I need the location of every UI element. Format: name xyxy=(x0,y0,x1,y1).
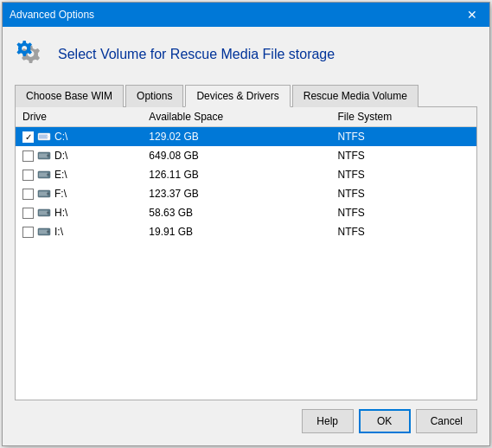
header-section: Select Volume for Rescue Media File stor… xyxy=(15,37,477,72)
fs-cell: NTFS xyxy=(330,203,476,222)
fs-cell: NTFS xyxy=(330,165,476,184)
drive-cell: F:\ xyxy=(16,184,142,203)
drive-icon xyxy=(37,149,51,163)
drive-label: C:\ xyxy=(54,131,67,143)
table-row[interactable]: F:\123.37 GBNTFS xyxy=(16,184,476,203)
drive-icon xyxy=(37,225,51,239)
fs-cell: NTFS xyxy=(330,184,476,203)
drive-icon xyxy=(37,130,51,144)
cancel-button[interactable]: Cancel xyxy=(416,409,477,433)
drive-checkbox[interactable] xyxy=(22,189,34,200)
drive-label: F:\ xyxy=(54,188,67,200)
ok-button[interactable]: OK xyxy=(359,409,411,433)
close-button[interactable]: ✕ xyxy=(462,4,482,25)
fs-cell: NTFS xyxy=(330,127,476,147)
drive-checkbox[interactable] xyxy=(22,131,34,143)
drive-cell: E:\ xyxy=(16,165,142,184)
col-available-space: Available Space xyxy=(142,107,330,127)
drive-cell: I:\ xyxy=(16,222,142,241)
drive-cell: C:\ xyxy=(16,127,142,147)
svg-point-11 xyxy=(48,175,48,176)
drive-label: I:\ xyxy=(54,226,63,238)
svg-rect-21 xyxy=(39,230,48,234)
tabs-bar: Choose Base WIM Options Devices & Driver… xyxy=(15,84,477,107)
svg-point-23 xyxy=(48,232,48,233)
fs-cell: NTFS xyxy=(330,146,476,165)
title-bar: Advanced Options ✕ xyxy=(3,3,489,27)
svg-point-3 xyxy=(48,137,48,138)
drives-table: Drive Available Space File System C:\129… xyxy=(16,107,476,241)
drive-icon xyxy=(37,206,51,220)
svg-point-7 xyxy=(48,156,48,157)
svg-rect-5 xyxy=(39,154,48,158)
tab-devices-drivers[interactable]: Devices & Drivers xyxy=(185,85,290,107)
tab-options[interactable]: Options xyxy=(125,85,183,107)
content-area: Drive Available Space File System C:\129… xyxy=(15,107,477,400)
svg-rect-1 xyxy=(39,135,48,139)
table-header-row: Drive Available Space File System xyxy=(16,107,476,127)
drive-checkbox[interactable] xyxy=(22,170,34,181)
drives-tbody: C:\129.02 GBNTFS D:\649.08 GBNTFS E:\126… xyxy=(16,127,476,242)
drive-icon xyxy=(37,168,51,182)
title-bar-text: Advanced Options xyxy=(10,9,94,21)
svg-rect-9 xyxy=(39,173,48,177)
drive-checkbox[interactable] xyxy=(22,150,34,162)
drive-label: E:\ xyxy=(54,169,67,181)
drive-label: H:\ xyxy=(54,207,67,219)
fs-cell: NTFS xyxy=(330,222,476,241)
col-drive: Drive xyxy=(16,107,142,127)
table-row[interactable]: H:\58.63 GBNTFS xyxy=(16,203,476,222)
space-cell: 123.37 GB xyxy=(142,184,330,203)
drive-label: D:\ xyxy=(54,150,67,162)
col-file-system: File System xyxy=(330,107,476,127)
svg-point-15 xyxy=(48,194,48,195)
table-row[interactable]: D:\649.08 GBNTFS xyxy=(16,146,476,165)
svg-rect-13 xyxy=(39,192,48,196)
advanced-options-window: Advanced Options ✕ Select Volume for Res… xyxy=(2,2,490,446)
tab-rescue-media-volume[interactable]: Rescue Media Volume xyxy=(292,85,419,107)
window-body: Select Volume for Rescue Media File stor… xyxy=(3,27,489,445)
space-cell: 649.08 GB xyxy=(142,146,330,165)
drive-cell: H:\ xyxy=(16,203,142,222)
gear-icon xyxy=(15,37,49,72)
drive-icon xyxy=(37,187,51,201)
table-row[interactable]: I:\19.91 GBNTFS xyxy=(16,222,476,241)
svg-rect-17 xyxy=(39,211,48,215)
tab-choose-base-wim[interactable]: Choose Base WIM xyxy=(15,85,124,107)
drive-checkbox[interactable] xyxy=(22,208,34,219)
space-cell: 129.02 GB xyxy=(142,127,330,147)
space-cell: 19.91 GB xyxy=(142,222,330,241)
table-row[interactable]: E:\126.11 GBNTFS xyxy=(16,165,476,184)
table-row[interactable]: C:\129.02 GBNTFS xyxy=(16,127,476,147)
drives-table-container: Drive Available Space File System C:\129… xyxy=(16,107,476,400)
help-button[interactable]: Help xyxy=(302,409,354,433)
drive-checkbox[interactable] xyxy=(22,227,34,238)
drive-cell: D:\ xyxy=(16,146,142,165)
footer-buttons: Help OK Cancel xyxy=(15,400,477,437)
svg-point-19 xyxy=(48,213,48,214)
space-cell: 126.11 GB xyxy=(142,165,330,184)
header-title: Select Volume for Rescue Media File stor… xyxy=(58,47,335,62)
space-cell: 58.63 GB xyxy=(142,203,330,222)
